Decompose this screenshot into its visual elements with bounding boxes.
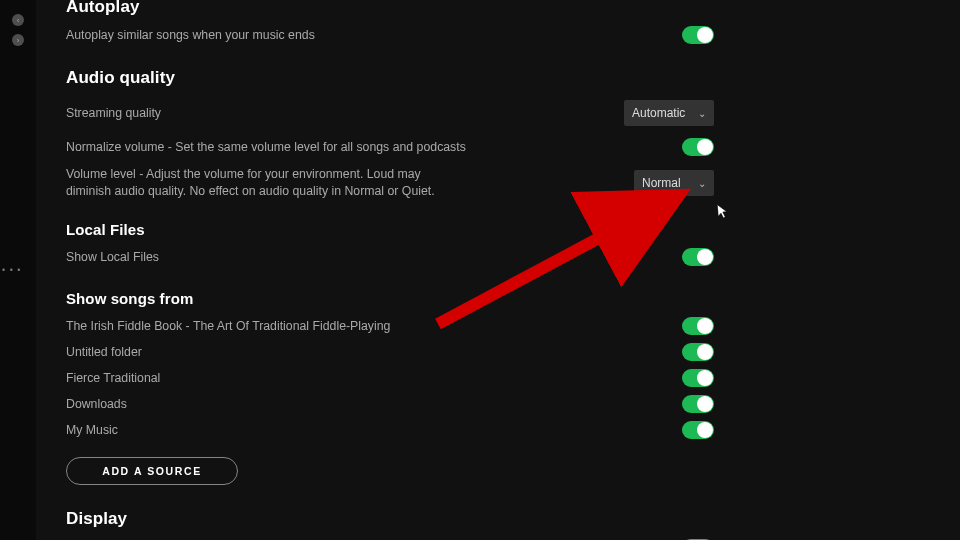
- chevron-down-icon: ⌄: [698, 178, 706, 189]
- source-item-label: Fierce Traditional: [66, 370, 160, 387]
- nav-back-icon[interactable]: ‹: [12, 14, 24, 26]
- source-toggle[interactable]: [682, 421, 714, 439]
- source-item-label: The Irish Fiddle Book - The Art Of Tradi…: [66, 318, 390, 335]
- source-toggle[interactable]: [682, 317, 714, 335]
- source-item-label: My Music: [66, 422, 118, 439]
- autoplay-desc: Autoplay similar songs when your music e…: [66, 27, 315, 44]
- volume-level-select[interactable]: Normal ⌄: [634, 170, 714, 196]
- streaming-quality-label: Streaming quality: [66, 105, 161, 122]
- show-local-files-label: Show Local Files: [66, 249, 159, 266]
- section-audio-title: Audio quality: [66, 68, 930, 88]
- add-source-label: ADD A SOURCE: [102, 465, 202, 477]
- sidebar-ellipsis: • • •: [2, 265, 21, 275]
- section-local-title: Local Files: [66, 221, 930, 238]
- normalize-volume-toggle[interactable]: [682, 138, 714, 156]
- chevron-down-icon: ⌄: [698, 108, 706, 119]
- show-local-files-toggle[interactable]: [682, 248, 714, 266]
- section-display-title: Display: [66, 509, 930, 529]
- streaming-quality-select[interactable]: Automatic ⌄: [624, 100, 714, 126]
- nav-forward-icon[interactable]: ›: [12, 34, 24, 46]
- source-item-label: Untitled folder: [66, 344, 142, 361]
- volume-level-value: Normal: [642, 176, 681, 190]
- section-autoplay-title: Autoplay: [66, 0, 930, 17]
- autoplay-toggle[interactable]: [682, 26, 714, 44]
- source-toggle[interactable]: [682, 343, 714, 361]
- source-item-label: Downloads: [66, 396, 127, 413]
- sidebar: ‹ › • • •: [0, 0, 36, 540]
- source-toggle[interactable]: [682, 369, 714, 387]
- section-songsfrom-title: Show songs from: [66, 290, 930, 307]
- normalize-volume-label: Normalize volume - Set the same volume l…: [66, 139, 466, 156]
- add-source-button[interactable]: ADD A SOURCE: [66, 457, 238, 485]
- source-toggle[interactable]: [682, 395, 714, 413]
- streaming-quality-value: Automatic: [632, 106, 685, 120]
- settings-panel: Autoplay Autoplay similar songs when you…: [36, 0, 960, 540]
- volume-level-label: Volume level - Adjust the volume for you…: [66, 166, 456, 199]
